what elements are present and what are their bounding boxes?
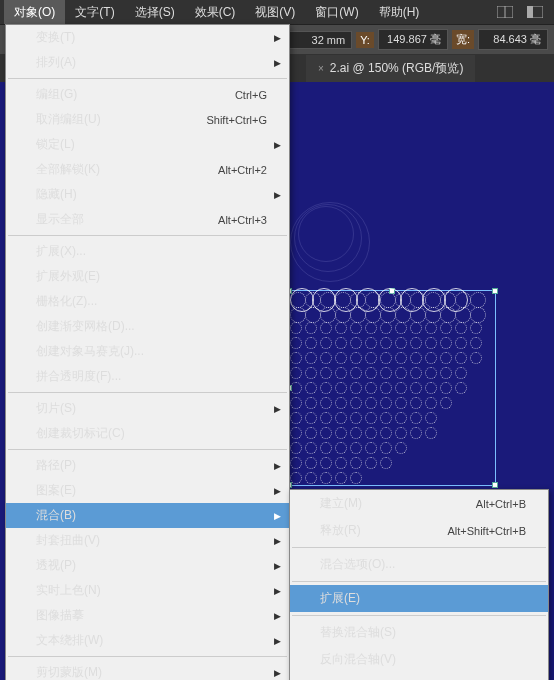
w-value[interactable]: 84.643 毫	[478, 29, 548, 50]
menu-item[interactable]: 透视(P)▶	[6, 553, 289, 578]
y-value[interactable]: 149.867 毫	[378, 29, 448, 50]
menu-item[interactable]: 图案(E)▶	[6, 478, 289, 503]
screen-icon[interactable]	[524, 3, 546, 21]
menu-window[interactable]: 窗口(W)	[305, 0, 368, 25]
menu-item[interactable]: 取消编组(U)Shift+Ctrl+G	[6, 107, 289, 132]
blend-submenu: 建立(M)Alt+Ctrl+B释放(R)Alt+Shift+Ctrl+B混合选项…	[289, 489, 549, 680]
menu-view[interactable]: 视图(V)	[245, 0, 305, 25]
menu-item[interactable]: 扩展(X)...	[6, 239, 289, 264]
submenu-item[interactable]: 建立(M)Alt+Ctrl+B	[290, 490, 548, 517]
menu-item[interactable]: 隐藏(H)▶	[6, 182, 289, 207]
menu-help[interactable]: 帮助(H)	[369, 0, 430, 25]
menu-item[interactable]: 文本绕排(W)▶	[6, 628, 289, 653]
menu-item[interactable]: 编组(G)Ctrl+G	[6, 82, 289, 107]
submenu-item[interactable]: 替换混合轴(S)	[290, 619, 548, 646]
w-label: 宽:	[452, 30, 474, 49]
y-label: Y:	[356, 32, 374, 48]
menu-type[interactable]: 文字(T)	[65, 0, 124, 25]
menu-item[interactable]: 栅格化(Z)...	[6, 289, 289, 314]
menu-item[interactable]: 拼合透明度(F)...	[6, 364, 289, 389]
svg-rect-3	[527, 6, 533, 18]
menubar: 对象(O) 文字(T) 选择(S) 效果(C) 视图(V) 窗口(W) 帮助(H…	[0, 0, 554, 24]
submenu-item[interactable]: 释放(R)Alt+Shift+Ctrl+B	[290, 517, 548, 544]
menu-item[interactable]: 路径(P)▶	[6, 453, 289, 478]
document-tab[interactable]: × 2.ai @ 150% (RGB/预览)	[306, 55, 475, 82]
menu-item[interactable]: 创建对象马赛克(J)...	[6, 339, 289, 364]
menu-select[interactable]: 选择(S)	[125, 0, 185, 25]
menu-item[interactable]: 排列(A)▶	[6, 50, 289, 75]
menu-effect[interactable]: 效果(C)	[185, 0, 246, 25]
tab-label: 2.ai @ 150% (RGB/预览)	[330, 60, 464, 77]
submenu-item[interactable]: 扩展(E)	[290, 585, 548, 612]
layout-icon[interactable]	[494, 3, 516, 21]
object-menu-dropdown: 变换(T)▶排列(A)▶编组(G)Ctrl+G取消编组(U)Shift+Ctrl…	[5, 24, 290, 680]
menu-item[interactable]: 扩展外观(E)	[6, 264, 289, 289]
menu-item[interactable]: 创建裁切标记(C)	[6, 421, 289, 446]
menu-item[interactable]: 创建渐变网格(D)...	[6, 314, 289, 339]
menu-item[interactable]: 混合(B)▶	[6, 503, 289, 528]
menu-item[interactable]: 全部解锁(K)Alt+Ctrl+2	[6, 157, 289, 182]
menu-item[interactable]: 封套扭曲(V)▶	[6, 528, 289, 553]
menu-item[interactable]: 实时上色(N)▶	[6, 578, 289, 603]
x-value[interactable]: 32 mm	[282, 31, 352, 49]
menu-item[interactable]: 变换(T)▶	[6, 25, 289, 50]
menu-object[interactable]: 对象(O)	[4, 0, 65, 25]
menu-item[interactable]: 切片(S)▶	[6, 396, 289, 421]
menu-item[interactable]: 图像描摹▶	[6, 603, 289, 628]
submenu-item[interactable]: 混合选项(O)...	[290, 551, 548, 578]
submenu-item[interactable]: 反向堆叠(F)	[290, 673, 548, 680]
menu-item[interactable]: 剪切蒙版(M)▶	[6, 660, 289, 680]
menu-item[interactable]: 显示全部Alt+Ctrl+3	[6, 207, 289, 232]
menu-item[interactable]: 锁定(L)▶	[6, 132, 289, 157]
submenu-item[interactable]: 反向混合轴(V)	[290, 646, 548, 673]
close-icon[interactable]: ×	[318, 63, 324, 74]
